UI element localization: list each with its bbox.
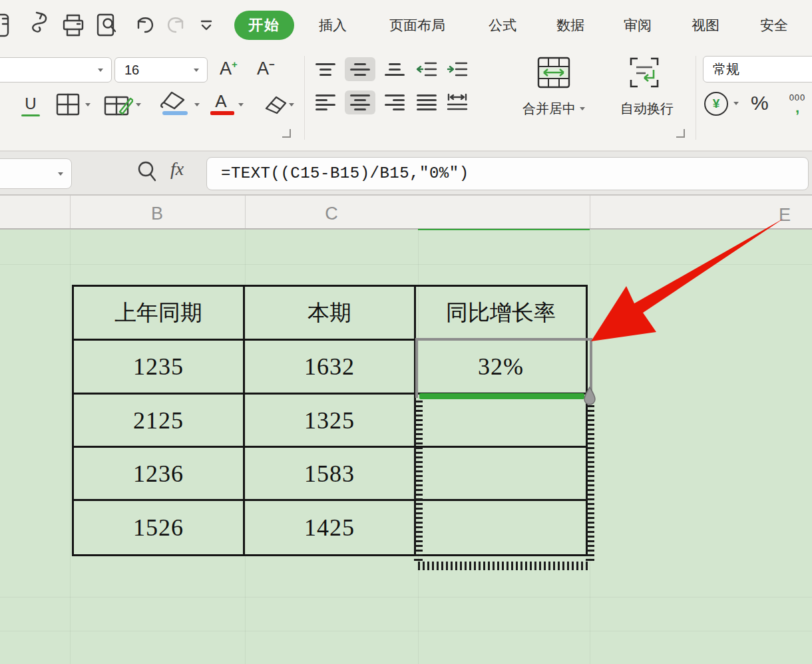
number-format-select[interactable]: 常规 [703, 56, 812, 83]
currency-format-button[interactable]: ¥ [704, 92, 728, 116]
font-group-launcher[interactable] [282, 129, 291, 138]
tab-review[interactable]: 审阅 [624, 16, 652, 35]
table-cell-c16[interactable]: 1325 [245, 395, 416, 448]
underline-button[interactable]: U [20, 92, 41, 116]
insert-function-button[interactable]: fx [170, 158, 184, 180]
table-cell-b18[interactable]: 1526 [74, 501, 245, 554]
clear-format-dropdown[interactable] [289, 103, 294, 106]
align-bottom-button[interactable] [379, 57, 410, 81]
table-cell-d17[interactable] [416, 448, 586, 501]
borders-icon [55, 93, 81, 116]
fill-color-button[interactable] [158, 90, 190, 110]
table-header-cell[interactable]: 本期 [245, 287, 416, 341]
decrease-indent-button[interactable] [411, 57, 442, 81]
column-header-e[interactable]: E [779, 205, 791, 226]
tab-view[interactable]: 视图 [692, 16, 719, 35]
table-cell-d18[interactable] [416, 501, 586, 554]
increase-font-button[interactable]: A+ [220, 59, 238, 79]
font-size-select[interactable]: 16 [114, 57, 208, 83]
align-middle-button[interactable] [345, 57, 375, 81]
table-cell-c18[interactable]: 1425 [245, 501, 416, 554]
format-painter-icon[interactable] [25, 11, 51, 43]
increase-indent-icon [447, 61, 468, 78]
ribbon: 开始 插入 页面布局 公式 数据 审阅 视图 安全 16 A+ A− U [0, 0, 812, 151]
column-separator [590, 196, 590, 228]
comma-format-button[interactable]: 000 , [785, 93, 809, 115]
tab-formulas[interactable]: 公式 [489, 16, 516, 35]
chevron-down-icon [98, 69, 103, 72]
table-cell-b17[interactable]: 1236 [74, 448, 245, 501]
wrap-text-button[interactable] [627, 56, 662, 89]
font-color-dropdown[interactable] [238, 103, 244, 106]
tab-data[interactable]: 数据 [556, 16, 584, 35]
column-header-row: B C D E [0, 196, 812, 229]
more-toolbar-icon[interactable] [198, 17, 214, 36]
merge-center-button[interactable] [536, 56, 571, 89]
tab-security[interactable]: 安全 [760, 16, 788, 35]
table-cell-c17[interactable]: 1583 [245, 448, 416, 501]
table-cell-b16[interactable]: 2125 [74, 395, 245, 448]
align-left-button[interactable] [310, 90, 341, 114]
cell-style-button[interactable] [104, 93, 133, 116]
print-icon[interactable] [60, 12, 87, 41]
table-cell-d16[interactable] [416, 395, 586, 448]
column-header-b[interactable]: B [151, 204, 163, 224]
font-color-button[interactable]: A [209, 90, 233, 112]
cell-style-icon [104, 93, 133, 116]
tab-home[interactable]: 开始 [234, 11, 294, 40]
gridline [0, 631, 812, 631]
distribute-icon [447, 93, 468, 112]
formula-text: =TEXT((C15-B15)/B15,″0%″) [221, 164, 469, 182]
borders-dropdown[interactable] [85, 103, 91, 106]
fill-marquee-right [586, 401, 594, 562]
currency-dropdown[interactable] [733, 102, 739, 105]
zoom-area-icon[interactable] [136, 159, 160, 188]
group-divider [304, 56, 305, 140]
alignment-group-launcher[interactable] [676, 129, 685, 138]
percent-format-button[interactable]: % [751, 92, 769, 114]
group-divider [696, 56, 696, 140]
undo-icon[interactable] [132, 13, 157, 40]
yen-icon: ¥ [713, 96, 720, 111]
fill-marquee-left [414, 401, 423, 562]
table-cell-c15[interactable]: 1632 [245, 341, 416, 395]
chevron-down-icon [580, 107, 585, 110]
redo-icon[interactable] [164, 13, 189, 40]
tab-home-label: 开始 [248, 15, 280, 35]
align-top-button[interactable] [310, 57, 341, 81]
fill-handle[interactable] [584, 387, 596, 405]
wps-spreadsheet-window: 开始 插入 页面布局 公式 数据 审阅 视图 安全 16 A+ A− U [0, 0, 812, 664]
align-center-button[interactable] [345, 90, 375, 114]
name-box[interactable] [0, 158, 72, 189]
active-cell-bottom-accent [419, 393, 584, 399]
eraser-icon [258, 92, 289, 116]
font-size-value: 16 [124, 63, 139, 78]
tab-page-layout[interactable]: 页面布局 [389, 16, 445, 35]
gridline [0, 597, 812, 597]
table-header-cell[interactable]: 上年同期 [74, 287, 245, 341]
decrease-font-button[interactable]: A− [257, 59, 275, 79]
wrap-text-icon [627, 56, 662, 89]
table-header-cell[interactable]: 同比增长率 [416, 287, 586, 341]
merge-center-label[interactable]: 合并居中 [522, 100, 585, 118]
distribute-button[interactable] [442, 90, 473, 114]
column-header-border [0, 228, 812, 230]
tab-insert[interactable]: 插入 [319, 16, 347, 35]
fill-color-dropdown[interactable] [194, 103, 200, 106]
decrease-indent-icon [416, 61, 437, 78]
gridline [70, 230, 71, 664]
column-header-c[interactable]: C [325, 204, 338, 224]
wrap-text-label[interactable]: 自动换行 [620, 100, 674, 118]
justify-button[interactable] [411, 90, 442, 114]
align-right-button[interactable] [379, 90, 410, 114]
save-icon[interactable] [0, 11, 11, 41]
clear-format-button[interactable] [258, 92, 289, 116]
increase-indent-button[interactable] [442, 57, 473, 81]
print-preview-icon[interactable] [95, 12, 120, 41]
font-name-select[interactable] [0, 57, 112, 83]
data-table: 上年同期 本期 同比增长率 1235 1632 32% 2125 1325 12… [72, 285, 588, 556]
table-cell-b15[interactable]: 1235 [74, 341, 245, 395]
underline-accent [21, 114, 40, 116]
borders-button[interactable] [55, 93, 81, 116]
cell-style-dropdown[interactable] [136, 103, 141, 106]
